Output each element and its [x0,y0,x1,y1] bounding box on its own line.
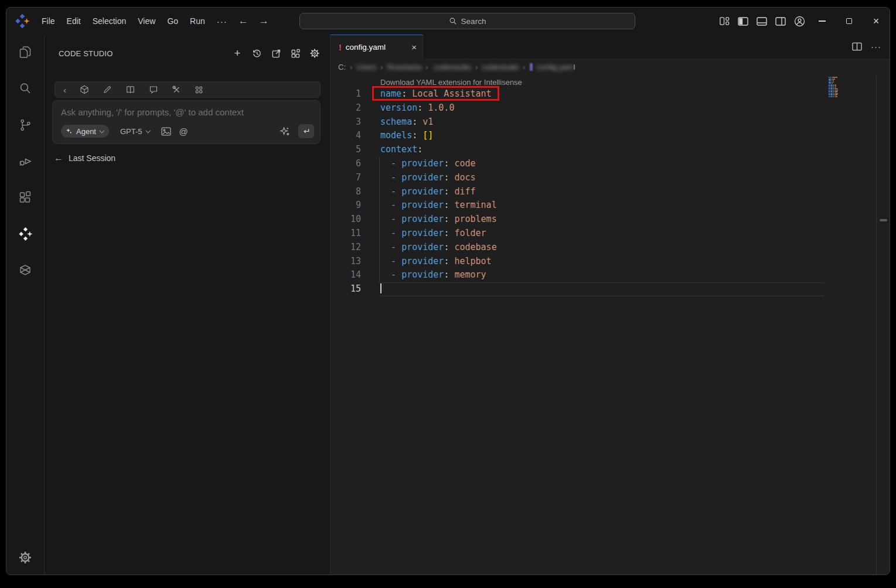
breadcrumb-item-redacted[interactable]: Users [356,63,376,71]
menu-more-button[interactable]: ··· [211,16,233,26]
new-chat-button[interactable]: + [230,46,244,60]
code-line-15[interactable]: 15 [331,282,890,296]
toggle-panel-button[interactable] [752,12,771,30]
code-line-4[interactable]: 4models: [] [331,129,890,143]
yaml-extension-hint[interactable]: Download YAML extension for Intellisense [380,74,890,87]
code-line-5[interactable]: 5context: [331,143,890,157]
breadcrumb-item-file[interactable]: config.yaml [537,63,575,71]
manage-gear-icon[interactable] [18,550,33,565]
minimize-button[interactable] [809,8,836,35]
search-sidebar-icon[interactable] [18,81,33,96]
indent-guide [379,268,380,282]
titlebar: FileEditSelectionViewGoRun ··· ← → Searc… [6,8,890,35]
nav-forward-button[interactable]: → [254,15,274,27]
code-line-6[interactable]: 6 - provider: code [331,157,890,171]
maximize-button[interactable] [836,8,863,35]
line-number: 5 [331,143,361,157]
error-icon: ! [339,43,342,52]
split-editor-button[interactable] [852,42,862,51]
editor-more-actions-button[interactable]: ··· [871,42,881,52]
tab-close-button[interactable]: × [411,42,417,52]
line-content: - provider: terminal [380,199,824,213]
toggle-secondary-sidebar-button[interactable] [771,12,790,30]
menu-item-edit[interactable]: Edit [61,14,87,28]
tab-config-yaml[interactable]: ! config.yaml × [331,35,423,59]
chevron-down-icon [145,128,150,133]
code-line-11[interactable]: 11 - provider: folder [331,227,890,241]
search-box[interactable]: Search [299,13,635,29]
edit-pencil-icon[interactable] [103,85,112,94]
breadcrumb: C:›Users›Roastasta›.codestudio›codestudi… [331,59,890,74]
app-logo-icon [13,12,31,30]
tools-icon[interactable] [172,85,181,94]
sidebar-settings-gear-button[interactable] [308,46,322,60]
attach-image-button[interactable] [161,127,171,136]
breadcrumb-item-redacted[interactable]: codestudio [482,63,519,71]
code-line-3[interactable]: 3schema: v1 [331,115,890,129]
mode-selector[interactable]: Agent [61,125,109,138]
code-line-8[interactable]: 8 - provider: diff [331,185,890,199]
last-session-link[interactable]: ← Last Session [54,153,330,163]
chat-back-icon[interactable]: ‹ [63,85,66,95]
sparkles-icon[interactable] [280,126,291,137]
account-button[interactable] [790,12,809,30]
code-line-12[interactable]: 12 - provider: codebase [331,241,890,255]
docs-book-icon[interactable] [125,85,135,94]
code-line-13[interactable]: 13 - provider: helpbot [331,255,890,269]
run-and-debug-icon[interactable] [18,153,33,169]
layout-grid-button[interactable] [288,46,302,60]
menu-item-run[interactable]: Run [184,14,211,28]
app-window: FileEditSelectionViewGoRun ··· ← → Searc… [6,7,890,575]
scrollbar[interactable] [880,219,887,221]
menu-item-go[interactable]: Go [161,14,184,28]
code-line-10[interactable]: 10 - provider: problems [331,213,890,227]
add-context-button[interactable]: @ [179,127,188,136]
close-button[interactable]: × [863,8,890,35]
code-line-14[interactable]: 14 - provider: memory [331,268,890,282]
line-number: 6 [331,157,361,171]
line-number: 9 [331,199,361,213]
nav-back-button[interactable]: ← [233,15,254,27]
explorer-icon[interactable] [18,45,33,60]
chat-input-box: Agent GPT-5 @ [52,100,321,144]
breadcrumb-separator-icon: › [523,63,525,71]
line-number: 11 [331,227,361,241]
activity-bar [6,35,45,575]
indent-guide [379,157,380,171]
indent-guide [379,171,380,185]
indent-guide [379,185,380,199]
code-line-1[interactable]: 1name: Local Assistant [331,87,890,101]
menu-item-view[interactable]: View [132,14,161,28]
model-selector[interactable]: GPT-5 [120,127,149,136]
line-content: - provider: helpbot [380,255,824,269]
chat-input[interactable] [53,101,320,123]
search-icon [449,17,457,25]
breadcrumb-item-drive[interactable]: C: [338,63,346,71]
breadcrumb-separator-icon: › [380,63,383,71]
comment-icon[interactable] [149,85,158,94]
open-in-editor-button[interactable] [269,46,283,60]
code-line-2[interactable]: 2version: 1.0.0 [331,101,890,115]
line-content: schema: v1 [380,115,824,129]
customize-layout-button[interactable] [715,12,734,30]
breadcrumb-item-redacted[interactable]: Roastasta [387,63,422,71]
toggle-sidebar-button[interactable] [734,12,752,30]
package-icon[interactable] [80,85,89,94]
send-button[interactable] [298,124,314,138]
line-content: - provider: code [380,157,824,171]
menu-item-selection[interactable]: Selection [87,14,132,28]
source-control-icon[interactable] [18,117,33,132]
indent-guide [379,199,380,213]
minimap[interactable] [829,77,846,99]
prompt-grid-icon[interactable] [195,86,203,94]
box-x-icon[interactable] [18,262,33,278]
ai-assistant-icon[interactable] [18,226,33,241]
code-line-9[interactable]: 9 - provider: terminal [331,199,890,213]
breadcrumb-item-redacted[interactable]: .codestudio [432,63,472,71]
extensions-icon[interactable] [18,190,33,205]
history-button[interactable] [250,46,264,60]
menu-item-file[interactable]: File [36,14,61,28]
line-content: - provider: docs [380,171,824,185]
line-content: - provider: memory [380,268,824,282]
code-line-7[interactable]: 7 - provider: docs [331,171,890,185]
